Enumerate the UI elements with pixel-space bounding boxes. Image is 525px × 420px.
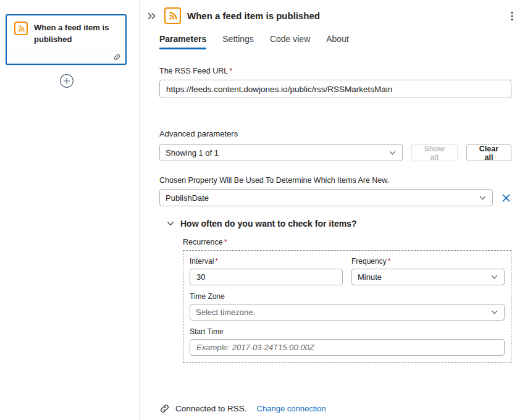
frequency-label: Frequency*	[351, 257, 505, 266]
start-time-label: Start Time	[190, 327, 505, 336]
rss-icon	[164, 7, 181, 24]
recurrence-group: Recurrence* Interval* Frequency* Minute	[183, 238, 511, 363]
remove-parameter-icon[interactable]	[501, 193, 511, 203]
interval-label: Interval*	[190, 257, 343, 266]
show-all-button[interactable]: Show all	[411, 144, 458, 161]
trigger-card-main: When a feed item is published	[7, 15, 125, 51]
recurrence-section-toggle[interactable]: How often do you want to check for items…	[166, 219, 511, 229]
advanced-parameters-label: Advanced parameters	[159, 129, 511, 138]
frequency-value: Minute	[358, 272, 382, 282]
frequency-field: Frequency* Minute	[351, 257, 505, 285]
timezone-dropdown[interactable]: Select timezone.	[190, 304, 505, 321]
recurrence-box: Interval* Frequency* Minute	[183, 250, 511, 363]
trigger-card-footer	[7, 51, 125, 64]
tab-code-view[interactable]: Code view	[270, 34, 310, 49]
advanced-parameters-row: Showing 1 of 1 Show all Clear all	[159, 144, 511, 161]
recurrence-section-title: How often do you want to check for items…	[180, 219, 356, 229]
recurrence-label: Recurrence*	[183, 238, 511, 246]
interval-field: Interval*	[190, 257, 343, 285]
interval-input[interactable]	[190, 269, 343, 285]
chosen-property-label: Chosen Property Will Be Used To Determin…	[159, 176, 511, 185]
timezone-placeholder: Select timezone.	[196, 308, 255, 317]
chevron-down-icon	[490, 308, 498, 316]
required-marker: *	[388, 257, 391, 266]
timezone-label: Time Zone	[190, 292, 505, 301]
more-options-icon[interactable]	[506, 10, 518, 22]
chevron-down-icon	[490, 273, 498, 281]
clear-all-button[interactable]: Clear all	[466, 144, 511, 161]
change-connection-link[interactable]: Change connection	[257, 404, 326, 413]
chevron-down-icon	[166, 219, 175, 228]
trigger-settings-panel: When a feed item is published Parameters…	[140, 0, 525, 420]
connection-footer: Connected to RSS. Change connection	[159, 403, 326, 414]
tab-settings[interactable]: Settings	[222, 34, 254, 49]
required-marker: *	[229, 67, 232, 75]
start-time-input[interactable]	[190, 339, 505, 356]
required-marker: *	[224, 238, 227, 246]
advanced-parameters-dropdown[interactable]: Showing 1 of 1	[159, 144, 403, 161]
rss-url-input[interactable]	[159, 80, 511, 98]
panel-header: When a feed item is published	[140, 0, 525, 24]
timezone-field: Time Zone Select timezone.	[190, 292, 505, 321]
parameters-content: The RSS Feed URL* Advanced parameters Sh…	[140, 67, 525, 363]
connected-text: Connected to RSS.	[175, 404, 247, 413]
add-action-button[interactable]	[59, 74, 74, 88]
chevron-down-icon	[388, 149, 397, 157]
trigger-card-title: When a feed item is published	[34, 22, 119, 46]
tab-parameters[interactable]: Parameters	[159, 34, 206, 49]
panel-tabs: Parameters Settings Code view About	[140, 34, 525, 49]
collapse-panel-icon[interactable]	[146, 10, 158, 22]
chosen-property-row: PublishDate	[159, 189, 511, 206]
trigger-card[interactable]: When a feed item is published	[6, 14, 127, 65]
panel-title: When a feed item is published	[187, 10, 506, 21]
chevron-down-icon	[479, 194, 487, 202]
rss-url-label: The RSS Feed URL*	[159, 67, 511, 75]
advanced-dropdown-value: Showing 1 of 1	[166, 148, 219, 158]
start-time-field: Start Time	[190, 327, 505, 356]
chosen-property-value: PublishDate	[166, 193, 209, 203]
flow-canvas: When a feed item is published	[0, 0, 140, 420]
frequency-dropdown[interactable]: Minute	[351, 269, 505, 285]
chosen-property-dropdown[interactable]: PublishDate	[159, 189, 493, 206]
required-marker: *	[215, 257, 218, 266]
rss-icon	[14, 22, 28, 35]
tab-about[interactable]: About	[326, 34, 349, 49]
connection-link-icon	[159, 403, 170, 414]
connection-link-icon	[113, 53, 121, 61]
